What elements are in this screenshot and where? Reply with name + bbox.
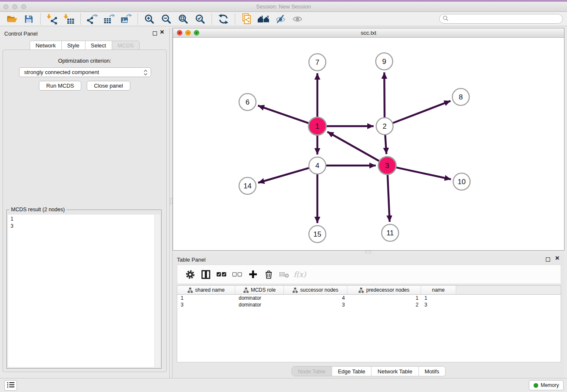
control-panel: Control Panel × NetworkStyleSelectMCDS O… [0,28,169,378]
zoom-out-icon[interactable] [159,13,174,25]
cell-predecessor-nodes: 1 [347,295,421,301]
graph-edge-4-14[interactable] [258,168,309,183]
cell-shared-name: 1 [177,295,235,301]
tab-edge-table[interactable]: Edge Table [331,367,371,376]
main-titlebar[interactable]: Session: New Session [0,2,567,12]
graph-edge-2-3[interactable] [385,135,386,154]
cell-successor-nodes: 3 [284,301,347,308]
graph-node-6[interactable]: 6 [239,94,256,110]
network-canvas[interactable]: 1234678910111415 [173,38,564,250]
clone-network-icon[interactable] [239,13,254,25]
table-row[interactable]: 1dominator411 [177,295,561,301]
graph-node-3[interactable]: 3 [378,157,396,174]
zoom-fit-icon[interactable] [176,13,191,25]
search-field[interactable] [439,14,563,24]
cell-predecessor-nodes: 2 [347,301,421,308]
criterion-select[interactable]: strongly connected component [19,67,151,77]
column-settings-icon[interactable] [182,267,198,282]
export-table-icon[interactable] [102,13,117,25]
column-header-label: predecessor nodes [366,287,409,293]
cell-MCDS-role: dominator [235,295,284,301]
graph-edge-3-1[interactable] [328,132,379,161]
divider-grip[interactable] [365,251,371,253]
graph-node-1[interactable]: 1 [308,117,326,135]
graph-node-8[interactable]: 8 [452,88,469,105]
refresh-network-icon[interactable] [216,13,231,25]
graph-edge-3-10[interactable] [396,168,451,179]
hide-graphics-details-icon[interactable] [273,13,288,25]
export-image-icon[interactable] [118,13,134,25]
node-label: 8 [459,93,462,101]
column-header-name[interactable]: name [421,286,456,294]
automation-panel-button[interactable] [4,380,17,391]
list-icon [7,381,15,390]
node-label: 14 [244,182,252,190]
search-input[interactable] [449,16,562,22]
column-header-shared-name[interactable]: shared name [177,286,235,294]
graph-edge-2-9[interactable] [384,72,385,117]
toolbar-separator [235,14,235,25]
vertical-split-divider[interactable] [169,28,173,378]
column-header-MCDS-role[interactable]: MCDS role [235,286,284,294]
import-table-icon[interactable] [61,13,77,25]
select-all-rows-icon[interactable] [214,267,229,282]
toggle-columns-icon[interactable] [198,267,214,282]
header-filler [456,286,561,294]
mcds-result-area[interactable]: 1 3 [8,215,160,367]
node-label: 2 [383,122,386,130]
graph-node-4[interactable]: 4 [309,157,326,174]
column-type-icon [187,287,193,293]
control-panel-title: Control Panel [4,30,38,37]
graph-node-9[interactable]: 9 [376,53,393,70]
node-table: shared nameMCDS rolesuccessor nodesprede… [177,285,561,362]
float-panel-icon[interactable] [546,257,550,262]
float-panel-icon[interactable] [153,31,157,36]
network-overview-icon[interactable] [256,13,271,25]
table-tabs: Node TableEdge TableNetwork TableMotifs [292,366,446,376]
horizontal-split-divider[interactable] [173,251,564,254]
result-scrollbar[interactable] [154,215,160,367]
network-view-window[interactable]: × − + scc.txt 1234678910111415 [173,28,564,251]
column-header-predecessor-nodes[interactable]: predecessor nodes [347,286,421,294]
column-header-successor-nodes[interactable]: successor nodes [284,286,347,294]
table-row[interactable]: 3dominator323 [177,301,561,308]
tab-network-table[interactable]: Network Table [371,367,418,376]
close-panel-button[interactable]: Close panel [87,81,130,91]
graph-edge-1-6[interactable] [258,105,309,123]
zoom-selected-icon[interactable] [193,13,208,25]
save-session-icon[interactable] [21,13,36,25]
graph-node-10[interactable]: 10 [453,173,470,190]
graph-node-15[interactable]: 15 [309,226,326,243]
close-panel-icon[interactable]: × [160,30,164,34]
memory-button[interactable]: Memory [529,380,564,390]
delete-columns-icon[interactable] [261,267,276,282]
node-label: 1 [315,122,319,130]
tab-motifs[interactable]: Motifs [418,367,445,376]
create-column-icon[interactable] [245,267,261,282]
network-window-titlebar[interactable]: × − + scc.txt [173,28,564,38]
open-session-icon[interactable] [4,13,19,25]
close-panel-icon[interactable]: × [555,256,559,260]
table-toolbar: f(x) [177,265,561,284]
search-icon [443,15,449,23]
graph-node-7[interactable]: 7 [309,54,326,71]
stepper-icon [143,69,148,77]
cell-name: 3 [421,301,456,308]
run-mcds-button[interactable]: Run MCDS [39,81,81,91]
graph-node-2[interactable]: 2 [376,118,393,135]
column-type-icon [243,287,249,293]
node-label: 7 [315,58,319,66]
divider-grip[interactable] [170,198,172,204]
zoom-in-icon[interactable] [142,13,157,25]
tab-node-table[interactable]: Node Table [292,367,332,376]
window-title: Session: New Session [0,3,567,10]
function-builder-icon: f(x) [292,267,308,282]
deselect-all-rows-icon[interactable] [229,267,245,282]
graph-edge-2-8[interactable] [393,101,451,123]
import-network-icon[interactable] [44,13,60,25]
toolbar-separator [212,14,212,25]
export-network-icon[interactable] [85,13,100,25]
graph-node-11[interactable]: 11 [382,224,399,241]
graph-edge-3-11[interactable] [388,175,390,222]
graph-node-14[interactable]: 14 [239,177,256,194]
